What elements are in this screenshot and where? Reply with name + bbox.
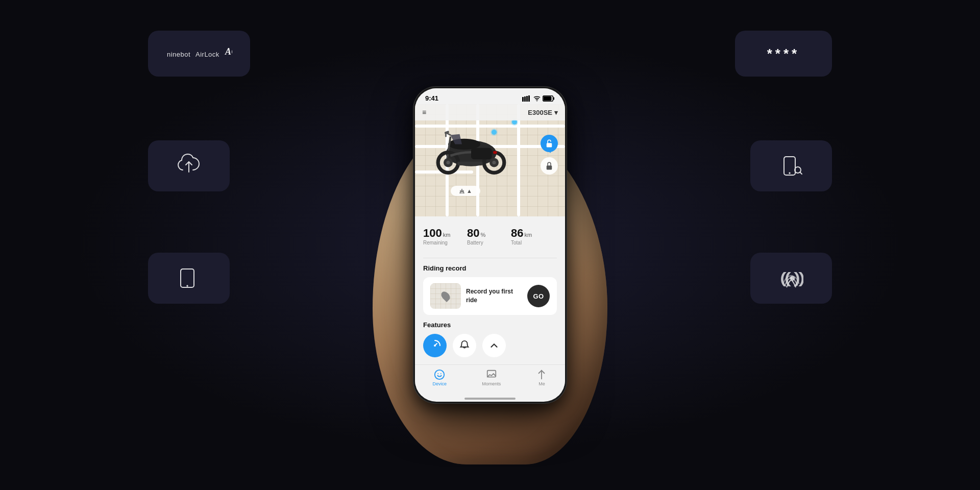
status-bar: 9:41 [415,88,565,104]
lock-button[interactable] [541,157,558,175]
scooter-image: ▲ [425,118,527,196]
phone-frame: 9:41 [413,87,567,403]
nav-item-device[interactable]: Device [433,369,447,386]
svg-rect-15 [524,96,526,102]
home-indicator [464,398,516,400]
menu-icon[interactable]: ≡ [422,108,426,116]
svg-point-31 [446,161,450,164]
card-tablet-left[interactable] [148,253,230,304]
vehicle-name: E300SE [528,109,552,116]
battery-unit: % [480,232,485,238]
phone-scan-icon [780,155,802,177]
svg-point-12 [790,277,792,279]
remaining-value: 100 [423,228,442,239]
trunk-button[interactable]: ▲ [451,186,480,196]
svg-rect-37 [457,162,483,165]
vehicle-selector[interactable]: E300SE ▾ [528,109,558,116]
map-area: ≡ E300SE ▾ ▼ [415,104,565,216]
svg-rect-16 [526,96,528,102]
feature-item-speed[interactable] [423,334,447,357]
svg-point-6 [187,285,188,287]
remaining-unit: km [443,232,451,238]
phone-screen: 9:41 [415,88,565,402]
nav-item-moments[interactable]: Moments [482,369,501,386]
stat-remaining: 100 km Remaining [423,228,459,246]
dropdown-icon: ▾ [554,109,558,116]
trunk-label: ▲ [467,188,472,194]
svg-rect-20 [553,97,554,100]
nav-item-me[interactable]: Me [536,369,547,386]
stat-total: 86 km Total [511,228,547,246]
map-pin-1 [492,130,497,135]
card-device-right[interactable] [750,140,832,191]
total-value: 86 [511,228,523,239]
divider-1 [423,258,557,258]
svg-rect-35 [471,148,492,160]
svg-point-39 [434,345,436,347]
features-section: Features [423,321,557,357]
svg-rect-23 [547,165,552,169]
card-stars[interactable]: **** [735,31,832,77]
nav-label-me: Me [538,381,545,386]
svg-rect-7 [784,157,795,175]
signal-broadcast-icon: ((•)) [779,268,803,288]
svg-point-42 [440,373,442,374]
svg-rect-22 [547,143,552,147]
svg-rect-14 [522,97,524,102]
feature-item-more[interactable] [482,334,506,357]
svg-rect-17 [528,95,530,102]
svg-rect-36 [493,151,497,154]
svg-text:ninebot: ninebot [167,51,190,58]
svg-rect-21 [544,96,552,101]
phone-wrapper: 9:41 [413,87,567,403]
airlock-logo: ninebot AirLock AC [166,46,232,61]
svg-point-11 [789,173,791,174]
chevron-down-icon: ▼ [547,148,553,155]
status-time: 9:41 [425,94,438,102]
nav-label-device: Device [433,381,447,386]
features-grid [423,334,557,357]
battery-label: Battery [467,240,503,246]
upload-cloud-icon [177,154,201,178]
total-label: Total [511,240,547,246]
bell-icon-circle [453,334,476,357]
tablet-icon [178,267,200,289]
remaining-label: Remaining [423,240,459,246]
stat-battery: 80 % Battery [467,228,503,246]
stars-display: **** [767,46,800,62]
svg-point-41 [438,373,439,374]
record-text: Record you first ride [466,287,522,305]
riding-record-card[interactable]: Record you first ride GO [423,277,557,315]
card-airlock[interactable]: ninebot AirLock AC [148,31,250,77]
map-navigation: ≡ E300SE ▾ [415,104,565,120]
card-signal[interactable]: ((•)) [750,253,832,304]
chevron-up-icon-circle [482,334,506,357]
features-title: Features [423,321,557,329]
riding-record-title: Riding record [423,264,557,272]
map-thumbnail [430,283,461,309]
battery-value: 80 [467,228,479,239]
svg-text:AC: AC [225,46,232,57]
svg-point-40 [435,370,444,379]
total-unit: km [524,232,532,238]
app-content: 100 km Remaining 80 % Battery [415,216,565,364]
svg-point-34 [492,161,496,164]
svg-line-9 [800,173,802,175]
svg-text:((•)): ((•)) [780,270,803,286]
svg-rect-4 [181,269,194,287]
speed-icon-circle [423,334,447,357]
feature-item-bell[interactable] [453,334,476,357]
go-button[interactable]: GO [527,285,550,307]
location-pin-icon [439,290,452,302]
nav-label-moments: Moments [482,381,501,386]
card-upload[interactable] [148,140,230,191]
bottom-nav: Device Moments Me [415,364,565,396]
status-icons [522,95,555,102]
svg-text:AirLock: AirLock [195,51,219,58]
stats-row: 100 km Remaining 80 % Battery [423,224,557,250]
svg-point-18 [536,101,537,102]
svg-point-8 [795,167,801,173]
